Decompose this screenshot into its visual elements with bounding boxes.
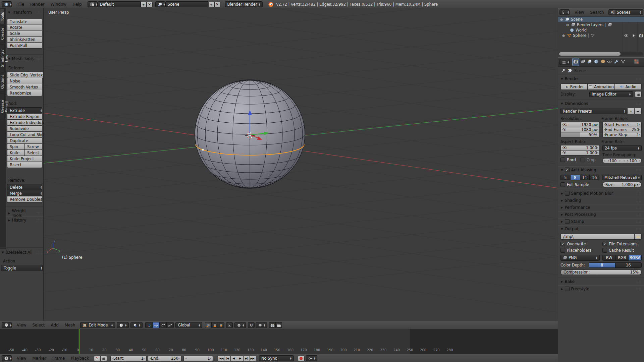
render-still-button[interactable]: Render: [560, 83, 588, 90]
panel-header-render[interactable]: ▼Render::::: [558, 75, 644, 82]
aa-samples-8-button[interactable]: 8: [570, 175, 580, 180]
shelf-tab-tools[interactable]: Tools: [0, 9, 5, 24]
tab-render-layers[interactable]: [580, 58, 586, 66]
menu-render[interactable]: Render: [27, 2, 48, 7]
slide-edge-button[interactable]: Slide Edg: [7, 72, 28, 78]
panel-header-performance[interactable]: ▶Performance::::: [558, 204, 644, 211]
extrude-menu[interactable]: Extrude: [7, 107, 42, 114]
output-path-field[interactable]: /tmp\: [560, 234, 635, 240]
knife-project-button[interactable]: Knife Project: [7, 156, 42, 162]
bw-button[interactable]: BW: [602, 255, 616, 261]
panel-header-bake[interactable]: ▶Bake::::: [558, 278, 644, 285]
delete-menu[interactable]: Delete: [7, 184, 42, 190]
time-remap-new-field[interactable]: ◂: 100▸: [622, 158, 642, 163]
layout-selector-icon-button[interactable]: [88, 1, 98, 7]
menu-file[interactable]: File: [14, 2, 27, 7]
scale-button[interactable]: Scale: [7, 30, 42, 37]
render-presets-select[interactable]: Render Presets: [560, 108, 628, 114]
viewport-shading-select[interactable]: [117, 322, 129, 328]
panel-header-post-processing[interactable]: ▶Post Processing::::: [558, 211, 644, 218]
panel-header-stamp[interactable]: ▶ Stamp::::: [558, 218, 644, 225]
remove-doubles-button[interactable]: Remove Doubles: [7, 196, 42, 202]
proportional-edit-select[interactable]: [234, 322, 246, 328]
resolution-y-field[interactable]: ◂Y:1080 px▸: [560, 127, 600, 132]
vertex-slide-button[interactable]: Vertex: [28, 72, 43, 78]
collapse-icon[interactable]: ⊖: [559, 18, 564, 21]
limit-to-visible-button[interactable]: [226, 322, 233, 328]
panel-header-deselect-all[interactable]: ▼(De)select All::::: [2, 250, 42, 255]
add-preset-button[interactable]: ＋: [627, 108, 635, 114]
panel-header-freestyle[interactable]: ▶ Freestyle::::: [558, 285, 644, 292]
compression-slider[interactable]: Compression: 15%: [560, 269, 642, 275]
panel-drag-dots[interactable]: ::::: [636, 168, 641, 172]
tab-modifiers[interactable]: [613, 58, 620, 66]
spin-button[interactable]: Spin: [7, 143, 25, 150]
play-button[interactable]: ▶: [237, 356, 244, 361]
translate-button[interactable]: Translate: [7, 19, 42, 24]
delete-scene-button[interactable]: ✕: [214, 2, 220, 7]
viewport-3d[interactable]: z y x User Persp (1) Sphere: [44, 8, 558, 321]
action-toggle-menu[interactable]: Toggle: [1, 265, 43, 271]
panel-header-shading[interactable]: ▶Shading::::: [558, 197, 644, 204]
rgb-button[interactable]: RGB: [615, 255, 629, 261]
layout-name-field[interactable]: Default: [98, 1, 141, 7]
resolution-percentage-slider[interactable]: 50%: [560, 132, 600, 137]
edge-select-mode-button[interactable]: [211, 322, 218, 328]
cache-result-checkbox[interactable]: [602, 248, 607, 253]
menu-window[interactable]: Window: [48, 2, 69, 7]
shelf-tab-options[interactable]: Options: [0, 74, 5, 92]
timeline-view-menu[interactable]: View: [14, 356, 29, 361]
outliner-search-menu[interactable]: Search: [587, 10, 607, 15]
crop-checkbox[interactable]: [580, 158, 585, 162]
current-frame-field[interactable]: ◂1▸: [183, 356, 213, 361]
anti-aliasing-checkbox[interactable]: ✓: [565, 168, 570, 172]
outliner-view-menu[interactable]: View: [572, 10, 587, 15]
smooth-vertex-button[interactable]: Smooth Vertex: [7, 84, 42, 90]
depth-16-button[interactable]: 16: [615, 262, 642, 268]
push-pull-button[interactable]: Push/Pull: [7, 42, 42, 49]
panel-drag-dots[interactable]: ::::: [636, 199, 641, 202]
outliner-hscrollbar-track[interactable]: [559, 52, 643, 56]
tab-world[interactable]: [593, 58, 599, 66]
tab-render[interactable]: [572, 58, 579, 66]
preview-range-button[interactable]: [94, 356, 101, 361]
lock-range-button[interactable]: [100, 356, 107, 361]
scene-selector-icon-button[interactable]: [155, 1, 165, 7]
aa-filter-select[interactable]: Mitchell-Netravali: [602, 175, 642, 180]
panel-drag-dots[interactable]: ::::: [636, 77, 641, 80]
panel-drag-dots[interactable]: ::::: [636, 287, 641, 291]
visibility-eye-icon[interactable]: [624, 33, 629, 38]
expand-icon[interactable]: ⊕: [561, 34, 566, 38]
knife-button[interactable]: Knife: [7, 149, 25, 156]
timeline-area[interactable]: -50-40-30-20-100102030405060708090100110…: [0, 329, 558, 354]
panel-header-dimensions[interactable]: ▼Dimensions::::: [558, 100, 644, 107]
duplicate-button[interactable]: Duplicate: [7, 137, 42, 144]
panel-drag-dots[interactable]: ::::: [37, 57, 42, 60]
panel-drag-dots[interactable]: ::::: [636, 102, 641, 105]
mesh-menu[interactable]: Mesh: [62, 323, 78, 327]
panel-drag-dots[interactable]: ::::: [37, 11, 42, 14]
panel-drag-dots[interactable]: ::::: [636, 206, 641, 209]
current-frame-line[interactable]: [79, 329, 79, 354]
mode-select[interactable]: Edit Mode: [80, 322, 115, 328]
panel-header-transform[interactable]: ▼Transform::::: [8, 10, 42, 15]
snap-toggle-button[interactable]: [248, 322, 255, 328]
aa-size-field[interactable]: ◂Size:1.000 px▸: [602, 182, 642, 187]
panel-drag-dots[interactable]: ::::: [636, 227, 641, 231]
panel-drag-dots[interactable]: ::::: [636, 213, 641, 216]
panel-header-anti-aliasing[interactable]: ▼ ✓ Anti-Aliasing::::: [558, 166, 644, 174]
increment-icon[interactable]: ▸: [144, 357, 145, 360]
editor-type-3dview-button[interactable]: [2, 322, 12, 328]
subdivide-button[interactable]: Subdivide: [7, 125, 42, 132]
sync-mode-select[interactable]: No Sync: [259, 355, 294, 361]
selected-vertex[interactable]: [202, 149, 204, 150]
full-sample-checkbox[interactable]: [560, 182, 565, 187]
panel-drag-dots[interactable]: ::::: [636, 220, 641, 223]
panel-drag-dots[interactable]: ::::: [37, 212, 42, 215]
next-keyframe-button[interactable]: ▶|: [243, 356, 250, 361]
jump-to-start-button[interactable]: |◀◀: [218, 356, 224, 361]
border-checkbox[interactable]: [560, 158, 565, 162]
shelf-tab-shading-uvs[interactable]: Shading / UVs: [0, 44, 5, 72]
randomize-button[interactable]: Randomize: [7, 90, 42, 96]
freestyle-checkbox[interactable]: [565, 287, 570, 291]
